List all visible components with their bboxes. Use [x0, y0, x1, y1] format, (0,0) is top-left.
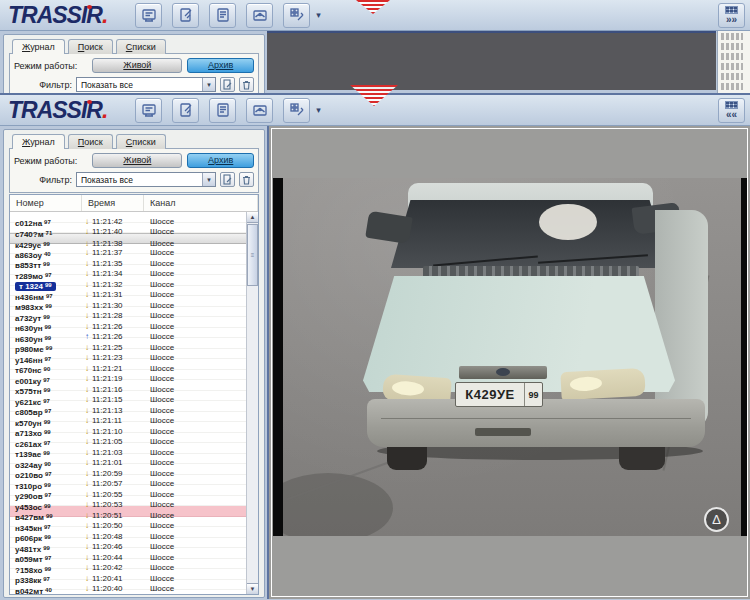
filter-select[interactable]: Показать все▼: [76, 172, 216, 187]
time-cell: ↓11:20:41: [82, 574, 144, 583]
direction-icon: ↓: [85, 511, 89, 520]
journal-icon[interactable]: [209, 98, 236, 123]
time-cell: ↓11:21:10: [82, 427, 144, 436]
window-top: TRASSIR. ▾ »» Журнал Поиск Списки: [0, 0, 750, 93]
channel-cell: Шоссе: [144, 385, 246, 394]
snapshot-icon[interactable]: [246, 3, 273, 28]
tab-journal[interactable]: Журнал: [12, 39, 65, 54]
table-scrollbar[interactable]: ▲ ≡ ▼: [246, 212, 258, 594]
video-panel-top: [267, 31, 716, 90]
time-cell: ↓11:21:21: [82, 364, 144, 373]
tab-search[interactable]: Поиск: [68, 134, 113, 149]
direction-icon: ↓: [85, 427, 89, 436]
time-cell: ↓11:21:40: [82, 227, 144, 236]
window-main-body: Журнал Поиск Списки Режим работы: Живой …: [0, 126, 750, 599]
combo-arrow-icon[interactable]: ▼: [202, 78, 215, 91]
car-brand-badge: [496, 368, 510, 376]
channel-cell: Шоссе: [144, 542, 246, 551]
settings-grid-icon[interactable]: [283, 3, 310, 28]
direction-icon: ↓: [85, 469, 89, 478]
channel-cell: Шоссе: [144, 406, 246, 415]
filter-delete-button[interactable]: [239, 77, 254, 92]
time-cell: ↓11:21:37: [82, 248, 144, 257]
filter-select[interactable]: Показать все▼: [76, 77, 216, 92]
time-cell: ↓11:21:05: [82, 437, 144, 446]
direction-icon: ↓: [85, 416, 89, 425]
time-cell: ↓11:20:42: [82, 563, 144, 572]
control-panel: Журнал Поиск Списки Режим работы: Живой …: [3, 34, 265, 93]
archive-mode-button[interactable]: Архив: [187, 58, 254, 73]
journal-tab-content: Режим работы: Живой Архив Фильтр: Показа…: [9, 53, 259, 93]
edit-document-icon[interactable]: [172, 98, 199, 123]
channel-cell: Шоссе: [144, 427, 246, 436]
scroll-down-icon[interactable]: ▼: [247, 583, 258, 594]
direction-icon: ↓: [85, 280, 89, 289]
filter-label: Фильтр:: [14, 175, 76, 185]
tab-search[interactable]: Поиск: [68, 39, 113, 54]
filter-new-button[interactable]: [220, 77, 235, 92]
direction-icon: ↓: [85, 542, 89, 551]
time-cell: ↓11:21:01: [82, 458, 144, 467]
main-toolbar: ▾: [135, 98, 321, 123]
grid-icon: [725, 6, 738, 14]
journal-icon[interactable]: [209, 3, 236, 28]
filter-delete-button[interactable]: [239, 172, 254, 187]
channel-cell: Шоссе: [144, 227, 246, 236]
time-cell: ↓11:20:51: [82, 511, 144, 520]
scrollbar-thumb[interactable]: ≡: [247, 224, 258, 286]
column-plate: Номер: [10, 195, 82, 211]
channel-cell: Шоссе: [144, 479, 246, 488]
channel-cell: Шоссе: [144, 416, 246, 425]
table-row[interactable]: с012на97 ↓11:21:42 Шоссе: [10, 212, 246, 223]
monitor-icon[interactable]: [135, 3, 162, 28]
archive-snapshot: к429уе 99 ∆: [273, 178, 747, 536]
channel-cell: Шоссе: [144, 290, 246, 299]
edit-document-icon[interactable]: [172, 3, 199, 28]
expand-panel-button[interactable]: »»: [718, 3, 745, 28]
direction-icon: ↓: [85, 259, 89, 268]
trassir-app: TRASSIR. ▾ »» Журнал Поиск Списки: [0, 0, 750, 600]
control-panel: Журнал Поиск Списки Режим работы: Живой …: [3, 129, 265, 598]
direction-icon: ↓: [85, 269, 89, 278]
settings-grid-icon[interactable]: [283, 98, 310, 123]
watermark-logo-icon: ∆: [704, 507, 729, 532]
car-side-panel: [655, 210, 708, 428]
direction-icon: ↑: [85, 332, 89, 341]
channel-cell: Шоссе: [144, 332, 246, 341]
car-bumper-vent: [475, 428, 531, 436]
tab-lists[interactable]: Списки: [116, 134, 166, 149]
time-cell: ↓11:21:23: [82, 353, 144, 362]
tab-lists[interactable]: Списки: [116, 39, 166, 54]
time-cell: ↓11:20:48: [82, 532, 144, 541]
time-cell: ↓11:21:28: [82, 311, 144, 320]
direction-icon: ↓: [85, 521, 89, 530]
filter-new-button[interactable]: [220, 172, 235, 187]
table-header: Номер Время Канал: [10, 195, 258, 212]
channel-cell: Шоссе: [144, 448, 246, 457]
time-cell: ↓11:21:31: [82, 290, 144, 299]
direction-icon: ↓: [85, 385, 89, 394]
tab-journal[interactable]: Журнал: [12, 134, 65, 149]
side-template-strip[interactable]: [717, 31, 750, 93]
direction-icon: ↓: [85, 353, 89, 362]
time-cell: ↓11:21:16: [82, 385, 144, 394]
live-mode-button[interactable]: Живой: [92, 58, 182, 73]
car-license-plate: к429уе 99: [455, 382, 543, 407]
direction-icon: ↓: [85, 311, 89, 320]
dropdown-caret-icon[interactable]: ▾: [316, 105, 321, 115]
monitor-icon[interactable]: [135, 98, 162, 123]
collapse-panel-button[interactable]: ««: [718, 98, 745, 123]
live-mode-button[interactable]: Живой: [92, 153, 182, 168]
time-cell: ↓11:21:30: [82, 301, 144, 310]
dropdown-caret-icon[interactable]: ▾: [316, 10, 321, 20]
archive-mode-button[interactable]: Архив: [187, 153, 254, 168]
direction-icon: ↓: [85, 500, 89, 509]
combo-arrow-icon[interactable]: ▼: [202, 173, 215, 186]
direction-icon: ↓: [85, 574, 89, 583]
scroll-up-icon[interactable]: ▲: [247, 212, 258, 223]
channel-cell: Шоссе: [144, 217, 246, 226]
time-cell: ↓11:21:15: [82, 395, 144, 404]
car-mirror-left: [365, 211, 413, 245]
direction-icon: ↓: [85, 227, 89, 236]
snapshot-icon[interactable]: [246, 98, 273, 123]
